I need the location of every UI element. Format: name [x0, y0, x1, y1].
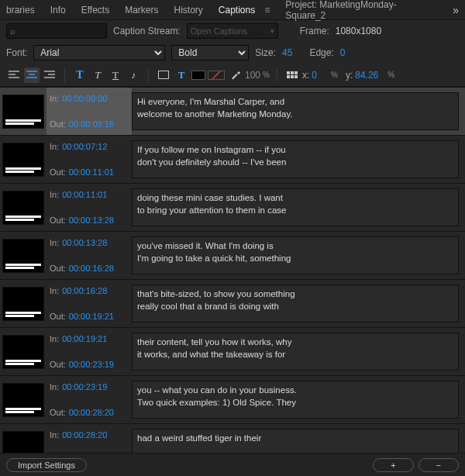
caption-stream-dropdown[interactable]: Open Captions ▾	[187, 23, 278, 39]
tab-libraries[interactable]: braries	[6, 5, 35, 16]
caption-text[interactable]: their content, tell you how it works, wh…	[132, 333, 459, 371]
bg-color-swatch[interactable]	[191, 71, 205, 80]
bg-opacity-value[interactable]: 100	[245, 70, 260, 81]
tab-markers[interactable]: Markers	[125, 5, 158, 16]
caption-thumbnail	[0, 232, 46, 279]
caption-stream-label: Caption Stream:	[113, 26, 181, 36]
background-box-icon[interactable]	[156, 67, 171, 83]
align-left-icon[interactable]	[6, 67, 22, 83]
in-label: In:	[50, 238, 59, 247]
out-value[interactable]: 00:00:11:01	[69, 167, 114, 177]
in-value[interactable]: 00:00:07:12	[62, 142, 107, 151]
in-value[interactable]: 00:00:19:21	[62, 334, 107, 343]
out-value[interactable]: 00:00:28:20	[69, 408, 114, 417]
in-value[interactable]: 00:00:00:00	[62, 94, 107, 103]
out-value[interactable]: 00:00:23:19	[69, 360, 114, 369]
caption-row[interactable]: In:00:00:07:12Out:00:00:11:01If you foll…	[0, 136, 465, 184]
frame-label: Frame:	[300, 26, 329, 36]
frame-value: 1080x1080	[336, 26, 381, 36]
tab-history[interactable]: History	[174, 5, 203, 16]
out-label: Out:	[50, 408, 66, 417]
chevron-down-icon: ▾	[270, 27, 274, 35]
out-value[interactable]: 00:00:16:28	[69, 264, 114, 273]
position-block-icon[interactable]	[284, 67, 300, 83]
caption-list: In:00:00:00:00Out:00:00:03:16Hi everyone…	[0, 87, 465, 476]
eyedropper-icon[interactable]	[227, 67, 243, 83]
search-box[interactable]: ⌕	[6, 23, 107, 39]
caption-text[interactable]: Hi everyone, I'm Marshal Carper, and wel…	[132, 92, 459, 130]
caption-row[interactable]: In:00:00:23:19Out:00:00:28:20you -- what…	[0, 376, 465, 424]
font-label: Font:	[6, 47, 27, 58]
caption-timecodes: In:00:00:00:00Out:00:00:03:16	[46, 88, 132, 135]
out-label: Out:	[50, 216, 66, 225]
in-label: In:	[50, 334, 59, 343]
caption-row[interactable]: In:00:00:13:28Out:00:00:16:28you've miss…	[0, 232, 465, 280]
music-note-icon[interactable]: ♪	[126, 67, 141, 83]
caption-text[interactable]: you've missed it. What I'm doing is I'm …	[132, 236, 459, 274]
out-label: Out:	[50, 264, 66, 273]
y-value[interactable]: 84.26	[355, 70, 378, 81]
x-label: x:	[302, 70, 309, 81]
in-label: In:	[50, 94, 59, 103]
caption-timecodes: In:00:00:13:28Out:00:00:16:28	[46, 232, 132, 279]
in-label: In:	[50, 430, 59, 440]
font-family-dropdown[interactable]: Arial	[33, 45, 165, 60]
search-input[interactable]	[17, 26, 103, 36]
caption-stream-value: Open Captions	[191, 26, 247, 36]
out-label: Out:	[50, 360, 66, 369]
caption-timecodes: In:00:00:16:28Out:00:00:19:21	[46, 280, 132, 327]
caption-timecodes: In:00:00:19:21Out:00:00:23:19	[46, 328, 132, 375]
caption-text[interactable]: doing these mini case studies. I want to…	[132, 188, 459, 226]
align-center-icon[interactable]	[24, 67, 40, 83]
tab-captions[interactable]: Captions	[219, 5, 255, 16]
caption-row[interactable]: In:00:00:11:01Out:00:00:13:28doing these…	[0, 184, 465, 232]
remove-caption-button[interactable]: −	[418, 458, 459, 472]
out-label: Out:	[50, 312, 66, 321]
add-caption-button[interactable]: +	[373, 458, 413, 472]
in-value[interactable]: 00:00:23:19	[62, 382, 107, 391]
background-text-icon[interactable]: T	[174, 67, 189, 83]
caption-row[interactable]: In:00:00:16:28Out:00:00:19:21that's bite…	[0, 280, 465, 328]
import-settings-button[interactable]: Import Settings	[6, 458, 87, 472]
caption-text[interactable]: that's bite-sized, to show you something…	[132, 285, 459, 323]
edge-label: Edge:	[309, 47, 333, 58]
font-weight-dropdown[interactable]: Bold	[171, 45, 249, 60]
y-label: y:	[346, 70, 353, 81]
caption-text[interactable]: If you follow me on Instagram -- if you …	[132, 140, 459, 178]
caption-thumbnail	[0, 376, 46, 423]
in-value[interactable]: 00:00:11:01	[62, 190, 107, 199]
caption-row[interactable]: In:00:00:00:00Out:00:00:03:16Hi everyone…	[0, 88, 465, 136]
overflow-tabs-icon[interactable]: »	[453, 4, 459, 16]
tab-info[interactable]: Info	[50, 5, 66, 16]
out-value[interactable]: 00:00:03:16	[69, 119, 114, 129]
in-label: In:	[50, 190, 59, 199]
out-label: Out:	[50, 119, 66, 129]
caption-thumbnail	[0, 280, 46, 327]
caption-row[interactable]: In:00:00:19:21Out:00:00:23:19their conte…	[0, 328, 465, 376]
italic-icon[interactable]: T	[90, 67, 105, 83]
in-value[interactable]: 00:00:28:20	[62, 430, 107, 440]
bg-opacity-pct: %	[263, 71, 270, 79]
panel-menu-icon[interactable]: ≡	[264, 5, 270, 16]
out-value[interactable]: 00:00:13:28	[69, 216, 114, 225]
out-value[interactable]: 00:00:19:21	[69, 312, 114, 321]
align-right-icon[interactable]	[42, 67, 57, 83]
in-value[interactable]: 00:00:13:28	[62, 238, 107, 247]
caption-thumbnail	[0, 328, 46, 375]
caption-thumbnail	[0, 136, 46, 183]
tab-project[interactable]: Project: MarketingMonday-Square_2	[285, 0, 431, 21]
underline-icon[interactable]: T	[108, 67, 123, 83]
bg-none-swatch[interactable]	[208, 71, 225, 80]
caption-thumbnail	[0, 184, 46, 231]
caption-timecodes: In:00:00:11:01Out:00:00:13:28	[46, 184, 132, 231]
in-value[interactable]: 00:00:16:28	[62, 286, 107, 295]
caption-text[interactable]: you -- what you can do in your business.…	[132, 381, 459, 419]
font-size-value[interactable]: 45	[282, 47, 292, 58]
edge-value[interactable]: 0	[340, 47, 346, 58]
text-color-icon[interactable]: T	[72, 67, 88, 83]
x-value[interactable]: 0	[312, 70, 317, 81]
project-prefix: Project:	[285, 0, 317, 10]
tab-effects[interactable]: Effects	[81, 5, 109, 16]
caption-timecodes: In:00:00:07:12Out:00:00:11:01	[46, 136, 132, 183]
caption-timecodes: In:00:00:23:19Out:00:00:28:20	[46, 376, 132, 423]
